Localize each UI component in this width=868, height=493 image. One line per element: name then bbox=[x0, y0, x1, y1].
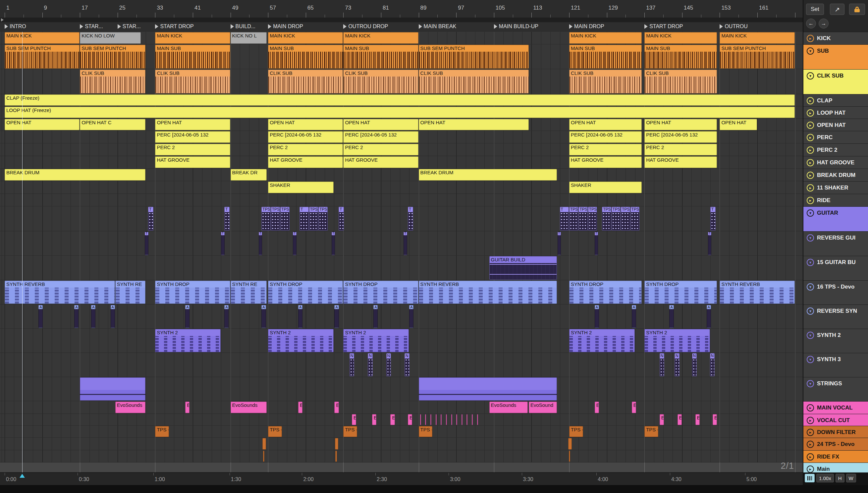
clip[interactable]: PERC [2024-06-05 132 bbox=[569, 131, 642, 143]
clip[interactable]: T bbox=[708, 232, 711, 255]
track-header-tps-16[interactable]: ▾16 TPS - Devo bbox=[803, 281, 868, 305]
clip[interactable]: CLIK SUB bbox=[419, 69, 529, 93]
clip[interactable]: BREAK DRUM bbox=[5, 169, 146, 180]
track-header-guitar[interactable]: ▾GUITAR bbox=[803, 207, 868, 232]
playhead-marker-icon[interactable] bbox=[20, 474, 25, 478]
clip[interactable] bbox=[472, 414, 473, 425]
track-lane-loop-hat[interactable]: LOOP HAT (Freeze) bbox=[0, 106, 803, 119]
track-fold-collapsed-icon[interactable]: ▸ bbox=[807, 453, 814, 460]
track-lane-synth-2[interactable]: SYNTH 2SYNTH 2SYNTH 2SYNTH 2SYNTH 2 bbox=[0, 329, 803, 353]
track-header-kick[interactable]: ▸KICK bbox=[803, 32, 868, 45]
clip[interactable]: PERC 2 bbox=[569, 144, 642, 155]
clip[interactable]: MAIN SUB bbox=[155, 45, 230, 69]
clip[interactable]: MAIN KICK bbox=[5, 32, 80, 44]
track-header-break-drum[interactable]: ▸BREAK DRUM bbox=[803, 169, 868, 181]
track-fold-collapsed-icon[interactable]: ▸ bbox=[807, 441, 814, 448]
clip[interactable] bbox=[335, 451, 337, 462]
locator[interactable]: MAIN BREAK bbox=[419, 23, 457, 29]
clip[interactable]: T bbox=[300, 207, 308, 231]
track-header-loop-hat[interactable]: ▸LOOP HAT bbox=[803, 107, 868, 119]
clip[interactable]: MAIN SUB bbox=[644, 45, 717, 69]
track-lane-perc-2[interactable]: PERC 2PERC 2PERC 2PERC 2PERC 2 bbox=[0, 144, 803, 156]
clip[interactable]: SYNTH REVERB bbox=[5, 281, 115, 304]
clip[interactable]: SYNTH 2 bbox=[268, 329, 333, 352]
clip[interactable]: A bbox=[669, 305, 674, 328]
clip[interactable]: OPEN HAT bbox=[720, 119, 757, 130]
clip[interactable] bbox=[420, 414, 421, 425]
clip[interactable]: KICK NO L bbox=[231, 32, 267, 44]
track-header-clik-sub[interactable]: ▾CLIK SUB bbox=[803, 69, 868, 94]
clip[interactable] bbox=[466, 414, 468, 425]
clip[interactable]: OPEN HAT bbox=[5, 119, 80, 130]
track-lane-tps-16[interactable]: SYNTH REVERBSYNTH RESYNTH DROPSYNTH RESY… bbox=[0, 280, 803, 304]
clip[interactable]: SYNTH DROP bbox=[155, 281, 230, 304]
track-lane-clik-sub[interactable]: CLIK SUBCLIK SUBCLIK SUBCLIK SUBCLIK SUB… bbox=[0, 69, 803, 94]
track-fold-collapsed-icon[interactable]: ▸ bbox=[807, 35, 814, 42]
clip[interactable]: A bbox=[409, 305, 413, 328]
clip[interactable]: EvoSounds bbox=[231, 402, 267, 413]
clip[interactable]: PERC [2024-06-05 132 bbox=[155, 131, 230, 143]
clip[interactable]: SYNTH DROP bbox=[268, 281, 343, 304]
clip[interactable]: SYNTH RE bbox=[231, 281, 267, 304]
clip[interactable]: T bbox=[710, 207, 716, 231]
track-lane-ride-fx[interactable] bbox=[0, 450, 803, 463]
clip[interactable]: T bbox=[595, 232, 598, 255]
track-fold-collapsed-icon[interactable]: ▸ bbox=[807, 466, 814, 473]
clip[interactable]: SYNTH DROP bbox=[569, 281, 642, 304]
clip[interactable]: EvoSounds bbox=[489, 402, 528, 413]
lock-button[interactable] bbox=[849, 4, 865, 15]
clip[interactable] bbox=[436, 414, 437, 425]
clip[interactable]: E bbox=[677, 414, 682, 425]
clip[interactable]: E bbox=[390, 414, 395, 425]
track-lane-main-vocal[interactable]: EvoSoundsEEvoSoundsEEEvoSoundsEvoSoundEE bbox=[0, 401, 803, 414]
clip[interactable]: PERC 2 bbox=[155, 144, 230, 155]
locator[interactable]: OUTROU bbox=[720, 23, 747, 29]
clip[interactable] bbox=[569, 451, 570, 462]
track-fold-expanded-icon[interactable]: ▾ bbox=[807, 307, 814, 315]
clip[interactable] bbox=[262, 438, 266, 450]
expand-button[interactable]: ↗ bbox=[830, 4, 845, 15]
clip[interactable]: A bbox=[185, 305, 190, 328]
clip[interactable]: PERC [2024-06-05 132 bbox=[268, 131, 343, 143]
clip[interactable]: TPS bbox=[318, 207, 327, 231]
clip[interactable]: N bbox=[349, 353, 354, 377]
clip[interactable]: A bbox=[39, 305, 43, 328]
track-fold-collapsed-icon[interactable]: ▸ bbox=[807, 417, 814, 424]
locator[interactable]: START DROP bbox=[155, 23, 194, 29]
clip[interactable]: E bbox=[298, 402, 302, 413]
locator[interactable]: MAIN DROP bbox=[569, 23, 604, 29]
clip[interactable]: PERC [2024-06-05 132 bbox=[644, 131, 717, 143]
locator[interactable]: STAR... bbox=[80, 23, 103, 29]
clip[interactable]: HAT GROOVE bbox=[644, 156, 717, 168]
clip[interactable] bbox=[477, 414, 478, 425]
clip[interactable]: T bbox=[293, 232, 296, 255]
track-header-vocal-cut[interactable]: ▸VOCAL CUT bbox=[803, 414, 868, 426]
clip[interactable]: TPS bbox=[280, 207, 289, 231]
track-fold-collapsed-icon[interactable]: ▸ bbox=[807, 184, 814, 192]
track-fold-collapsed-icon[interactable]: ▸ bbox=[807, 404, 814, 411]
track-fold-expanded-icon[interactable]: ▾ bbox=[807, 209, 814, 217]
track-header-clap[interactable]: ▸CLAP bbox=[803, 94, 868, 107]
clip[interactable] bbox=[451, 414, 452, 425]
locator[interactable]: STAR... bbox=[117, 23, 141, 29]
track-fold-expanded-icon[interactable]: ▾ bbox=[807, 72, 814, 80]
clip[interactable]: TPS bbox=[261, 207, 270, 231]
clip[interactable]: SHAKER bbox=[569, 181, 642, 193]
track-header-perc-2[interactable]: ▸PERC 2 bbox=[803, 144, 868, 156]
clip[interactable]: T bbox=[221, 232, 224, 255]
clip[interactable]: PERC 2 bbox=[268, 144, 343, 155]
clip[interactable]: OPEN HAT bbox=[268, 119, 343, 130]
clip[interactable]: N bbox=[710, 353, 715, 377]
clip[interactable]: SYNTH DROP bbox=[644, 281, 717, 304]
clip[interactable]: TPS - bbox=[268, 426, 282, 437]
clip[interactable]: A bbox=[632, 305, 636, 328]
track-lane-hat-groove[interactable]: HAT GROOVEHAT GROOVEHAT GROOVEHAT GROOVE… bbox=[0, 156, 803, 169]
clip[interactable]: N bbox=[386, 353, 391, 377]
clip[interactable]: EvoSounds bbox=[115, 402, 146, 413]
track-lane-shaker-11[interactable]: SHAKERSHAKER bbox=[0, 181, 803, 194]
clip[interactable] bbox=[441, 414, 442, 425]
track-fold-expanded-icon[interactable]: ▾ bbox=[807, 356, 814, 363]
track-lane-guitar-bu-15[interactable]: GUITAR BUILD bbox=[0, 256, 803, 280]
clip[interactable]: PERC 2 bbox=[343, 144, 418, 155]
clip[interactable]: T bbox=[560, 207, 569, 231]
